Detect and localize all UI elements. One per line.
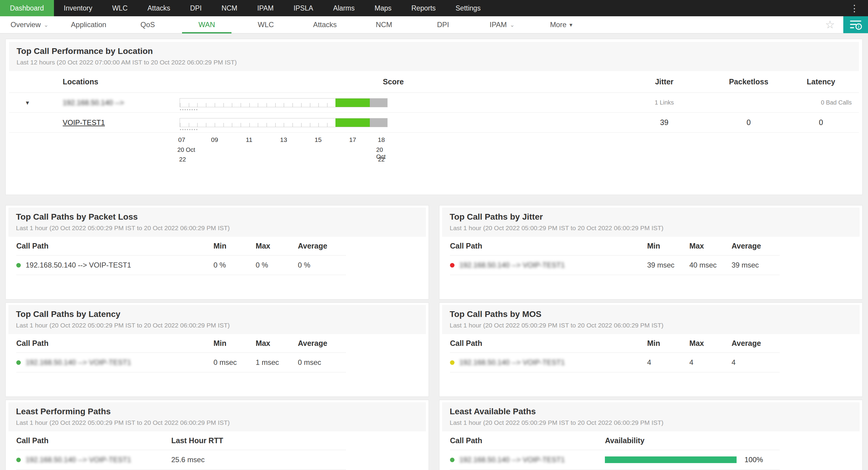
panel-header: Top Call Paths by MOS Last 1 hour (20 Oc… [442, 305, 860, 334]
table-row: 192.168.50.140 --> VOIP-TEST1 25.6 msec [16, 450, 346, 470]
tab-qos[interactable]: QoS [118, 16, 177, 33]
min-value: 0 msec [213, 358, 255, 367]
time-axis-row: 07 09 11 13 15 17 18 20 Oct 22 20 Oct 22 [9, 132, 859, 178]
tab-application[interactable]: Application [59, 16, 118, 33]
call-path-label[interactable]: 192.168.50.140 --> VOIP-TEST1 [26, 261, 131, 269]
tab-wan-label: WAN [198, 21, 215, 29]
location-table-header: Locations Score Jitter Packetloss Latenc… [9, 71, 859, 93]
nav-item-alarms[interactable]: Alarms [323, 0, 365, 16]
col-locations: Locations [41, 77, 167, 86]
location-label-text: 192.168.50.140 --> [63, 98, 124, 107]
col-last-hour-rtt: Last Hour RTT [171, 436, 346, 445]
panel-subtitle: Last 1 hour (20 Oct 2022 05:00:29 PM IST… [16, 322, 418, 329]
svg-text:i: i [858, 24, 859, 29]
table-row: 192.168.50.140 --> VOIP-TEST1 0 % 0 % 0 … [16, 255, 346, 275]
call-path-label[interactable]: 192.168.50.140 --> VOIP-TEST1 [459, 261, 565, 269]
timeline-brush[interactable] [180, 129, 197, 130]
nav-item-maps[interactable]: Maps [365, 0, 401, 16]
score-timeline-chart [180, 118, 388, 127]
axis-tick: 15 [315, 136, 321, 144]
col-score: Score [167, 77, 619, 86]
col-call-path: Call Path [450, 242, 647, 250]
score-timeline-chart [180, 98, 388, 107]
panel-subtitle: Last 12 hours (20 Oct 2022 07:00:00 AM I… [17, 59, 851, 66]
table-row: 192.168.50.140 --> VOIP-TEST1 100% [450, 450, 780, 470]
tab-wan[interactable]: WAN [177, 16, 236, 33]
axis-tick: 11 [246, 136, 253, 144]
location-label[interactable]: 192.168.50.140 --> [41, 98, 167, 107]
call-path-cell: 192.168.50.140 --> VOIP-TEST1 [450, 261, 647, 269]
availability-bar-fill [605, 457, 737, 463]
jitter-value: 39 [619, 118, 710, 127]
max-value: 4 [689, 358, 732, 367]
tab-ncm[interactable]: NCM [354, 16, 413, 33]
call-path-row: VOIP-TEST1 39 0 0 [9, 113, 859, 132]
tab-ncm-label: NCM [376, 21, 393, 29]
panel-header: Top Call Paths by Packet Loss Last 1 hou… [8, 208, 426, 237]
panel-header: Least Performing Paths Last 1 hour (20 O… [8, 402, 426, 432]
table-header: Call Path Last Hour RTT [16, 432, 346, 450]
min-value: 0 % [213, 261, 255, 269]
chevron-down-icon: ⌄ [44, 21, 49, 28]
tab-wlc[interactable]: WLC [236, 16, 296, 33]
axis-tick: 09 [211, 136, 218, 144]
nav-item-inventory[interactable]: Inventory [54, 0, 102, 16]
voip-test1-link[interactable]: VOIP-TEST1 [63, 118, 105, 127]
availability-value: 100% [744, 456, 763, 464]
call-path-label[interactable]: 192.168.50.140 --> VOIP-TEST1 [459, 456, 565, 464]
call-path-cell: 192.168.50.140 --> VOIP-TEST1 [16, 261, 213, 269]
nav-item-attacks[interactable]: Attacks [137, 0, 180, 16]
nav-item-ncm[interactable]: NCM [212, 0, 247, 16]
tab-overview[interactable]: Overview ⌄ [0, 16, 59, 33]
tab-ipam[interactable]: IPAM ⌄ [472, 16, 532, 33]
timeline-brush[interactable] [180, 109, 197, 110]
dashboard-widgets-button[interactable]: i [843, 16, 868, 33]
call-path-label[interactable]: 192.168.50.140 --> VOIP-TEST1 [26, 456, 131, 464]
col-min: Min [647, 242, 689, 250]
average-value: 0 % [298, 261, 346, 269]
bad-calls-count: 0 Bad Calls [788, 99, 854, 106]
axis-start-date: 20 Oct [178, 147, 195, 153]
favorite-star-icon[interactable]: ☆ [817, 19, 843, 30]
panel-subtitle: Last 1 hour (20 Oct 2022 05:00:29 PM IST… [450, 224, 852, 232]
min-value: 39 msec [647, 261, 689, 269]
max-value: 0 % [255, 261, 298, 269]
panel-top-call-paths-by-mos: Top Call Paths by MOS Last 1 hour (20 Oc… [439, 303, 863, 397]
chevron-down-icon: ⌄ [510, 21, 515, 28]
location-row: ▾ 192.168.50.140 --> 1 Links 0 Bad Calls [9, 93, 859, 113]
col-call-path: Call Path [450, 339, 647, 348]
panel-top-call-paths-by-packet-loss: Top Call Paths by Packet Loss Last 1 hou… [5, 205, 429, 300]
call-path-cell: 192.168.50.140 --> VOIP-TEST1 [16, 358, 213, 367]
score-cell [167, 118, 619, 127]
nav-item-settings[interactable]: Settings [446, 0, 491, 16]
tab-application-label: Application [71, 21, 106, 29]
panel-header: Top Call Paths by Jitter Last 1 hour (20… [442, 208, 860, 237]
nav-item-wlc[interactable]: WLC [102, 0, 137, 16]
tab-attacks[interactable]: Attacks [296, 16, 354, 33]
table-header: Call Path Min Max Average [450, 237, 780, 255]
tab-more-label: More [550, 21, 567, 29]
call-path-cell: 192.168.50.140 --> VOIP-TEST1 [450, 358, 647, 367]
nav-item-ipam[interactable]: IPAM [247, 0, 284, 16]
tab-dpi[interactable]: DPI [413, 16, 472, 33]
nav-item-dashboard[interactable]: Dashboard [0, 0, 54, 16]
tab-ipam-label: IPAM [490, 21, 507, 29]
nav-item-ipsla[interactable]: IPSLA [284, 0, 323, 16]
table-header: Call Path Min Max Average [16, 334, 346, 353]
call-path-label[interactable]: 192.168.50.140 --> VOIP-TEST1 [459, 358, 565, 367]
axis-tick: 13 [280, 136, 287, 144]
col-latency: Latency [788, 77, 854, 86]
panel-top-call-paths-by-jitter: Top Call Paths by Jitter Last 1 hour (20… [439, 205, 863, 300]
score-cell [167, 98, 619, 107]
call-path-label[interactable]: 192.168.50.140 --> VOIP-TEST1 [26, 358, 131, 367]
tab-dpi-label: DPI [437, 21, 449, 29]
chevron-down-icon: ▾ [569, 21, 572, 28]
nav-item-dpi[interactable]: DPI [180, 0, 212, 16]
kebab-menu-icon[interactable]: ⋮ [841, 0, 868, 16]
expand-caret-icon[interactable]: ▾ [14, 99, 41, 106]
tab-more[interactable]: More ▾ [532, 16, 591, 33]
panel-header: Least Available Paths Last 1 hour (20 Oc… [442, 402, 860, 432]
status-dot [450, 361, 455, 365]
nav-item-reports[interactable]: Reports [401, 0, 446, 16]
panel-header: Top Call Paths by Latency Last 1 hour (2… [8, 305, 426, 334]
